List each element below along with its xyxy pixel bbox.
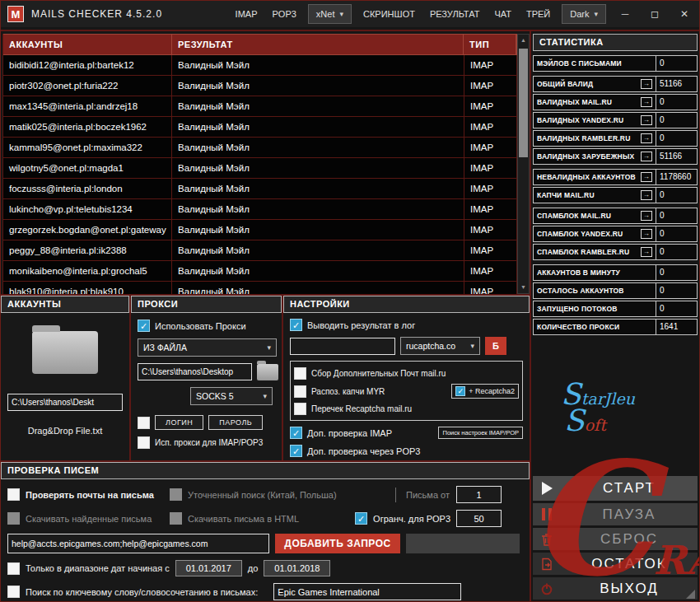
recheck-checkbox[interactable] [294,403,306,415]
chevron-down-icon: ▾ [594,5,598,23]
proxy-auth-checkbox[interactable] [138,417,150,429]
close-button[interactable]: ✕ [670,1,699,27]
check-mail-checkbox[interactable] [7,488,20,501]
menu-tray[interactable]: ТРЕЙ [519,1,558,27]
maximize-button[interactable]: ◻ [640,1,670,27]
export-arrow-icon[interactable]: → [641,115,652,125]
table-row[interactable]: wilgotny5@onet.pl:magda1Валидный МэйлIMA… [3,158,517,179]
export-arrow-icon[interactable]: → [641,97,652,107]
balance-button[interactable]: Б [485,337,506,355]
menu-result[interactable]: РЕЗУЛЬТАТ [422,1,487,27]
accounts-path-input[interactable] [7,394,123,411]
reset-button[interactable]: СБРОС [533,528,698,550]
table-row[interactable]: blak910@interia.pl:blak910Валидный МэйлI… [3,282,517,294]
pop3-limit-checkbox[interactable] [355,512,367,525]
download-html-checkbox[interactable] [170,512,182,525]
captcha-service-select[interactable]: rucaptcha.co ▾ [400,337,480,355]
export-arrow-icon[interactable]: → [641,211,652,221]
stats-title: СТАТИСТИКА [533,34,698,51]
recognize-captcha-checkbox[interactable] [294,385,306,398]
query-input[interactable] [7,534,269,553]
login-button[interactable]: ЛОГИН [155,415,203,430]
export-arrow-icon[interactable]: → [641,229,652,239]
recaptcha2-checkbox[interactable] [455,386,465,396]
log-checkbox[interactable] [290,319,302,331]
keyword-checkbox[interactable] [7,586,20,598]
table-row[interactable]: kammal95@onet.pl:maxima322Валидный МэйлI… [3,138,517,158]
collect-mail-checkbox[interactable] [294,367,306,380]
extra-pop3-checkbox[interactable] [290,445,302,457]
proxy-for-imap-checkbox[interactable] [138,436,150,449]
menu-screenshot[interactable]: СКРИНШОТ [356,1,422,27]
header-accounts[interactable]: АККАУНТЫ [3,35,172,54]
minimize-button[interactable]: ─ [610,1,640,27]
pause-label: ПАУЗА [561,506,698,523]
app-window: M MAILS CHECKER 4.5.2.0 IMAP POP3 xNet ▾… [0,0,700,602]
folder-browse-icon[interactable] [257,364,278,380]
folder-icon[interactable] [32,331,98,374]
add-query-button[interactable]: ДОБАВИТЬ ЗАПРОС [275,534,400,553]
table-scrollbar[interactable]: ▲ ▼ [517,34,530,294]
menu-pop3[interactable]: POP3 [265,1,304,27]
results-area: АККАУНТЫ РЕЗУЛЬТАТ ТИП bidibidi12@interi… [2,34,530,294]
keyword-input[interactable] [273,583,461,600]
captcha-key-input[interactable] [290,338,395,355]
header-type[interactable]: ТИП [464,35,516,54]
account-cell: wilgotny5@onet.pl:magda1 [3,158,172,178]
table-row[interactable]: matik025@interia.pl:boczek1962Валидный М… [3,117,517,138]
export-arrow-icon[interactable]: → [641,172,652,182]
table-row[interactable]: foczusss@interia.pl:londonВалидный МэйлI… [3,179,517,199]
scrollbar-thumb[interactable] [519,49,528,157]
chevron-down-icon: ▾ [470,342,474,350]
proxy-source-select[interactable]: ИЗ ФАЙЛА ▾ [138,338,277,357]
table-row[interactable]: lukincho@vp.pl:teletubis1234Валидный Мэй… [3,199,517,220]
rest-button[interactable]: ОСТАТОК [533,553,698,575]
date-to-button[interactable]: 01.01.2018 [264,560,330,576]
table-row[interactable]: piotr302@onet.pl:furia222Валидный МэйлIM… [3,76,517,96]
date-from-button[interactable]: 01.01.2017 [175,560,242,576]
download-found-label: Скачивать найденные письма [26,514,164,524]
stat-row: ЗАПУЩЕНО ПОТОКОВ0 [533,301,698,317]
result-cell: Валидный Мэйл [172,138,464,157]
export-arrow-icon[interactable]: → [641,247,652,257]
theme-select[interactable]: Dark ▾ [562,4,606,24]
export-arrow-icon[interactable]: → [641,133,652,143]
refined-search-checkbox[interactable] [170,488,182,501]
proxy-path-input[interactable] [138,363,252,380]
menu-imap[interactable]: IMAP [228,1,265,27]
pause-button[interactable]: ПАУЗА [533,503,698,525]
table-row[interactable]: grzegorzek.bogdan@onet.pl:gatewayВалидны… [3,220,517,240]
power-icon [540,582,553,595]
menu-chat[interactable]: ЧАТ [487,1,519,27]
menu-xnet-select[interactable]: xNet ▾ [308,4,352,24]
resize-grip[interactable] [686,590,695,599]
date-range-checkbox[interactable] [7,562,20,575]
scroll-down-icon[interactable]: ▼ [518,282,529,293]
download-found-checkbox[interactable] [7,512,20,525]
proxy-type-select[interactable]: SOCKS 5 ▾ [190,387,273,405]
extra-imap-checkbox[interactable] [290,427,302,439]
account-cell: foczusss@interia.pl:london [3,179,172,198]
stat-group: МЭЙЛОВ С ПИСЬМАМИ0 [533,55,698,72]
scroll-up-icon[interactable]: ▲ [518,35,529,46]
results-table-body: bidibidi12@interia.pl:bartek12Валидный М… [3,55,517,294]
use-proxy-checkbox[interactable] [138,320,150,332]
search-settings-box[interactable]: Поиск настроек IMAP/POP [438,427,523,439]
exit-button[interactable]: ВЫХОД [533,577,698,600]
result-cell: Валидный Мэйл [172,179,464,198]
search-settings-label: Поиск настроек IMAP/POP [442,429,519,436]
header-result[interactable]: РЕЗУЛЬТАТ [172,35,464,54]
start-label: СТАРТ [561,480,698,497]
table-row[interactable]: max1345@interia.pl:andrzej18Валидный Мэй… [3,96,517,117]
letters-from-input[interactable] [456,486,502,503]
export-arrow-icon[interactable]: → [641,79,652,89]
password-button[interactable]: ПАРОЛЬ [208,415,263,430]
start-button[interactable]: СТАРТ [533,476,698,501]
pop3-limit-input[interactable] [456,510,502,527]
export-arrow-icon[interactable]: → [641,152,652,161]
export-arrow-icon[interactable]: → [641,190,652,200]
table-row[interactable]: peggy_88@interia.pl:ik2388Валидный МэйлI… [3,240,517,261]
table-row[interactable]: bidibidi12@interia.pl:bartek12Валидный М… [3,55,517,76]
table-row[interactable]: monikaibeno@interia.pl:grochal5Валидный … [3,261,517,282]
scrollbar-track[interactable] [518,46,529,282]
